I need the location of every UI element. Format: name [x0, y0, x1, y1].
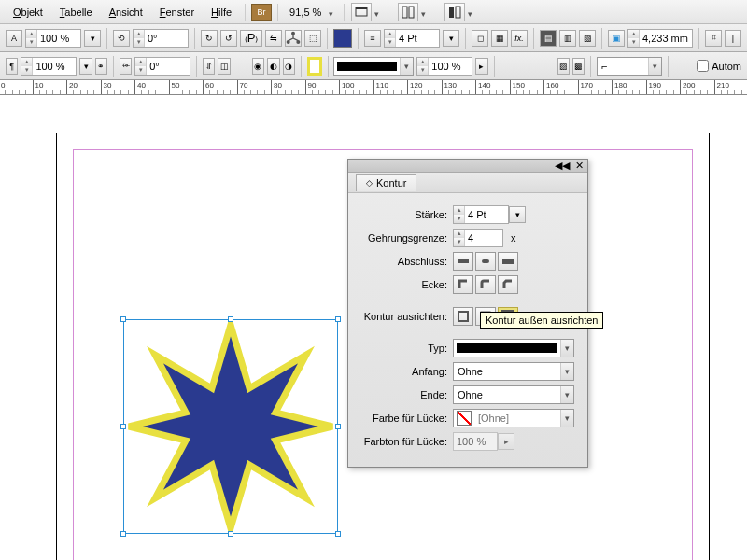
workspace-button[interactable] [444, 3, 465, 21]
angle-field[interactable]: ▴▾ [133, 29, 189, 48]
shear-input[interactable] [147, 58, 190, 75]
tab-kontur[interactable]: ◇Kontur [356, 174, 416, 191]
text-wrap-none-icon[interactable]: ▤ [540, 30, 557, 47]
selection-handle[interactable] [228, 531, 233, 537]
text-wrap-shape-icon[interactable]: ▧ [579, 30, 596, 47]
selection-handle[interactable] [228, 316, 233, 322]
hierarchy-icon[interactable] [285, 30, 302, 47]
dropdown-icon[interactable]: ▾ [84, 30, 101, 47]
dropdown-icon[interactable] [468, 7, 477, 17]
corner-options-icon[interactable]: ◻ [472, 30, 488, 47]
dropdown-icon[interactable]: ▾ [79, 58, 92, 75]
miter-limit-input[interactable] [465, 230, 502, 246]
paragraph-icon[interactable]: ₍P₎ [240, 30, 262, 47]
select-prev-icon[interactable]: ◐ [267, 58, 279, 75]
arrange-button[interactable] [398, 3, 418, 21]
rotate-cw-icon[interactable]: ↻ [201, 30, 218, 47]
dropdown-icon[interactable]: ▾ [443, 30, 459, 47]
rotate-icon[interactable]: ⟲ [113, 30, 130, 47]
selection-handle[interactable] [120, 316, 126, 322]
selection-handle[interactable] [335, 316, 341, 322]
autom-checkbox[interactable] [697, 60, 709, 72]
screen-mode-button[interactable] [351, 3, 372, 21]
shear-field[interactable]: ▴▾ [134, 57, 190, 76]
misc-icon[interactable]: ◫ [218, 58, 230, 75]
panel-header[interactable]: ◀◀ ✕ [348, 160, 587, 173]
join-bevel-button[interactable] [498, 275, 518, 294]
selection-handle[interactable] [120, 531, 126, 537]
para-format-icon[interactable]: ¶ [6, 58, 18, 75]
document-canvas[interactable]: ◀◀ ✕ ◇Kontur Stärke: ▴▾ ▾ Gehrungsgrenze… [0, 95, 747, 560]
select-next-icon[interactable]: ◑ [283, 58, 295, 75]
opacity-field[interactable]: ▴▾ [25, 29, 81, 48]
miter-limit-field[interactable]: ▴▾ [453, 229, 503, 247]
dropdown-icon[interactable] [421, 7, 430, 17]
close-icon[interactable]: ✕ [575, 160, 584, 172]
wrap-jump-icon[interactable]: ▨ [557, 58, 570, 75]
align-center-button[interactable] [453, 307, 473, 326]
cap-round-button[interactable] [475, 252, 496, 271]
char-format-icon[interactable]: A [6, 30, 22, 47]
menu-bar: Objekt Tabelle Ansicht Fenster Hilfe Br … [0, 0, 747, 24]
cap-projecting-button[interactable] [498, 252, 518, 271]
control-bar-2: ¶ ▴▾ ▾ ⚭ ⬰ ▴▾ ⥯ ◫ ◉ ◐ ◑ ▾ ▴▾ ▸ ▨ ▩ ⌐▾ Au… [0, 52, 747, 80]
zoom-level[interactable]: 91,5 % [289, 7, 321, 18]
rotate-ccw-icon[interactable]: ↺ [220, 30, 237, 47]
selection-handle[interactable] [335, 531, 341, 537]
zoom-dropdown-icon[interactable] [329, 7, 338, 17]
crop-icon[interactable]: ⌗ [705, 30, 722, 47]
opacity-input[interactable] [37, 30, 80, 47]
stroke-swatch[interactable] [307, 57, 322, 76]
menu-ansicht[interactable]: Ansicht [102, 4, 150, 21]
dropdown-icon[interactable] [374, 7, 384, 17]
link-icon[interactable]: | [725, 30, 741, 47]
chain-icon[interactable]: ⚭ [95, 58, 107, 75]
drop-shadow-icon[interactable]: ▦ [491, 30, 508, 47]
selection-handle[interactable] [120, 424, 126, 429]
stroke-weight-panel-input[interactable] [465, 206, 508, 223]
dropdown-icon: ▸ [498, 433, 514, 450]
menu-hilfe[interactable]: Hilfe [204, 4, 239, 21]
collapse-icon[interactable]: ◀◀ [555, 160, 570, 172]
angle-input[interactable] [145, 30, 188, 47]
dimension-input[interactable] [640, 30, 692, 47]
flip-h-icon[interactable]: ⇋ [265, 30, 282, 47]
bridge-icon[interactable]: Br [251, 4, 272, 21]
gap-color-dropdown[interactable]: [Ohne]▾ [453, 409, 574, 427]
opacity-field-2[interactable]: ▴▾ [21, 57, 77, 76]
selection-handle[interactable] [335, 424, 341, 429]
fx-icon[interactable]: fx. [511, 30, 528, 47]
join-round-button[interactable] [475, 275, 496, 294]
menu-tabelle[interactable]: Tabelle [52, 4, 100, 21]
stroke-style-dropdown[interactable]: ▾ [333, 57, 414, 76]
start-arrow-dropdown[interactable]: Ohne▾ [453, 362, 574, 381]
frame-fitting-icon[interactable]: ▣ [608, 30, 625, 47]
flip-v-icon[interactable]: ⥯ [203, 58, 215, 75]
wrap-skip-icon[interactable]: ▩ [572, 58, 585, 75]
menu-fenster[interactable]: Fenster [152, 4, 202, 21]
stroke-tint-field[interactable]: ▴▾ [416, 57, 472, 76]
stroke-tint-input[interactable] [429, 58, 472, 75]
svg-rect-4 [449, 7, 454, 18]
fill-swatch[interactable] [333, 29, 352, 48]
select-parent-icon[interactable]: ⬚ [304, 30, 321, 47]
stroke-weight-panel-field[interactable]: ▴▾ [453, 205, 509, 224]
select-content-icon[interactable]: ◉ [252, 58, 264, 75]
dimension-field[interactable]: ▴▾ [627, 29, 693, 48]
dropdown-icon[interactable]: ▾ [509, 206, 526, 223]
corner-shape-dropdown[interactable]: ⌐▾ [597, 57, 662, 76]
svg-rect-10 [458, 259, 469, 263]
text-wrap-bounding-icon[interactable]: ▥ [559, 30, 576, 47]
stroke-type-dropdown[interactable]: ▾ [453, 339, 574, 357]
cap-butt-button[interactable] [453, 252, 473, 271]
end-arrow-dropdown[interactable]: Ohne▾ [453, 385, 574, 404]
opacity-input-2[interactable] [33, 58, 76, 75]
shear-icon[interactable]: ⬰ [120, 58, 132, 75]
stroke-weight-field[interactable]: ▴▾ [384, 29, 440, 48]
join-miter-button[interactable] [453, 275, 473, 294]
stroke-weight-input[interactable] [396, 30, 439, 47]
dropdown-icon[interactable]: ▸ [475, 58, 487, 75]
svg-rect-3 [409, 7, 414, 18]
stroke-weight-icon[interactable]: ≡ [364, 30, 381, 47]
menu-objekt[interactable]: Objekt [6, 4, 50, 21]
